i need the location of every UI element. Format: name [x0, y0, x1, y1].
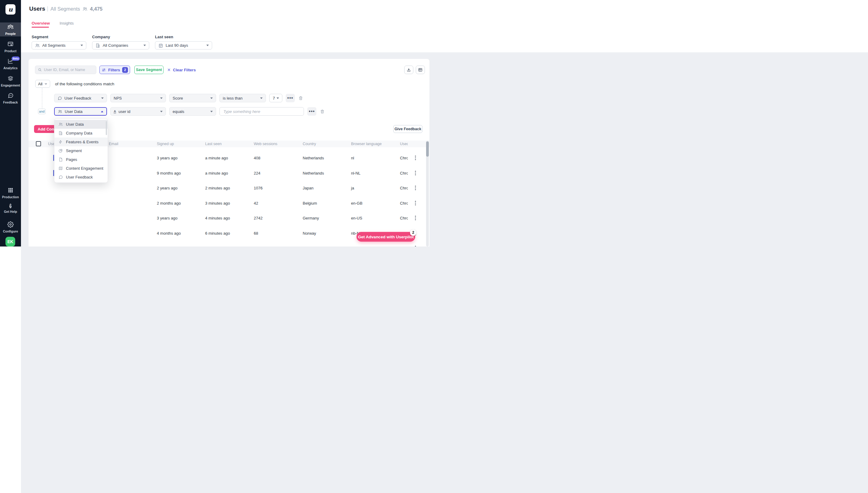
menu-item-company-data[interactable]: Company Data: [55, 129, 107, 137]
product-icon: [7, 43, 14, 48]
menu-item-user-data[interactable]: User Data: [55, 120, 107, 129]
pie-chart-icon: [58, 148, 63, 153]
sidebar-item-get-help[interactable]: ? Get Help: [0, 203, 21, 217]
caret-up-icon: [101, 111, 103, 112]
layers-icon: [7, 78, 14, 83]
menu-item-pages[interactable]: Pages: [55, 155, 107, 164]
userpilot-logo[interactable]: u: [5, 4, 16, 15]
sidebar-item-analytics[interactable]: Beta Analytics: [0, 57, 21, 71]
condition2-type-select[interactable]: User Data: [54, 107, 107, 116]
column-header-signed-up[interactable]: Signed up: [157, 142, 174, 146]
users-count-icon: [82, 6, 87, 13]
users-count: 4,475: [90, 6, 102, 12]
get-advanced-button[interactable]: Get Advanced with Userpilot 2: [357, 232, 415, 242]
caret-down-icon: [160, 111, 163, 112]
condition1-more-button[interactable]: •••: [286, 94, 295, 102]
condition2-delete-button[interactable]: [319, 107, 325, 116]
building-icon: [58, 131, 63, 135]
sidebar-item-feedback[interactable]: Feedback: [0, 91, 21, 105]
condition1-delete-button[interactable]: [298, 94, 303, 102]
caret-down-icon: [210, 98, 213, 99]
condition1-value-select[interactable]: 7: [269, 94, 282, 102]
building-icon: [96, 43, 100, 48]
sidebar: u People Product Beta Analytics Engageme…: [0, 0, 21, 246]
sidebar-item-people[interactable]: People: [0, 22, 21, 37]
caret-down-icon: [206, 45, 209, 46]
select-all-checkbox[interactable]: [36, 141, 41, 146]
close-icon: [167, 68, 171, 72]
gear-icon: [7, 223, 14, 229]
caret-down-icon: [143, 45, 146, 46]
sidebar-item-engagement[interactable]: Engagement: [0, 74, 21, 88]
last-seen-filter-dropdown[interactable]: Last 90 days: [155, 41, 212, 49]
match-type-dropdown[interactable]: All: [35, 80, 50, 88]
clear-filters-button[interactable]: Clear Filters: [167, 66, 196, 74]
condition1-event-select[interactable]: NPS: [110, 94, 166, 102]
chat-bubble-icon: [57, 96, 62, 101]
export-button[interactable]: [404, 66, 413, 74]
search-icon: [38, 68, 42, 72]
row-actions-kebab-icon[interactable]: [413, 170, 418, 176]
condition1-type-select[interactable]: User Feedback: [54, 94, 107, 102]
condition2-more-button[interactable]: •••: [307, 107, 316, 116]
map-icon: [58, 166, 63, 171]
active-tab-underline: [32, 27, 49, 28]
caret-down-icon: [81, 45, 83, 46]
column-header-email[interactable]: Email: [109, 142, 118, 146]
menu-scrollbar-thumb[interactable]: [106, 121, 107, 135]
search-box: [35, 66, 96, 74]
column-header-browser-language[interactable]: Browser language: [351, 142, 382, 146]
row-actions-kebab-icon[interactable]: [413, 155, 418, 160]
row-actions-kebab-icon[interactable]: [413, 200, 418, 206]
condition2-value-input[interactable]: [219, 107, 304, 116]
users-icon: [58, 122, 63, 127]
sidebar-item-configure[interactable]: Configure: [0, 220, 21, 234]
sidebar-item-product[interactable]: Product: [0, 40, 21, 54]
users-icon: [35, 43, 40, 48]
menu-item-content-engagement[interactable]: Content Engagement: [55, 164, 107, 173]
condition2-operator-select[interactable]: equals: [169, 107, 216, 116]
user-avatar[interactable]: EK: [5, 237, 15, 246]
filters-button[interactable]: Filters 2: [99, 66, 130, 74]
calendar-icon: [158, 43, 163, 48]
conditions-match-text: of the following conditions match: [55, 82, 114, 86]
manage-columns-button[interactable]: [416, 66, 425, 74]
give-feedback-button[interactable]: Give Feedback: [393, 125, 422, 133]
tab-insights[interactable]: Insights: [60, 21, 74, 25]
table-row[interactable]: 3 years ago 4 minutes ago 2742 Germany e…: [28, 210, 429, 226]
save-segment-button[interactable]: Save Segment: [134, 66, 163, 74]
menu-item-features-events[interactable]: Features & Events: [55, 137, 107, 146]
condition-type-menu: User Data Company Data Features & Events…: [54, 119, 108, 183]
table-row[interactable]: 2 months ago 3 minutes ago 42 Belgium en…: [28, 195, 429, 211]
condition1-property-select[interactable]: Score: [169, 94, 216, 102]
promo-count-badge: 2: [410, 230, 416, 236]
segment-filter-dropdown[interactable]: All Segments: [32, 41, 86, 49]
search-input[interactable]: [44, 68, 94, 72]
help-icon: ?: [9, 204, 12, 208]
sliders-icon: [102, 68, 106, 72]
segment-filter-label: Segment: [32, 35, 48, 39]
company-filter-dropdown[interactable]: All Companies: [92, 41, 149, 49]
menu-item-user-feedback[interactable]: User Feedback: [55, 173, 107, 181]
tab-overview[interactable]: Overview: [32, 21, 50, 25]
people-icon: [7, 26, 14, 31]
caret-down-icon: [160, 98, 163, 99]
menu-item-segment[interactable]: Segment: [55, 146, 107, 155]
row-actions-kebab-icon[interactable]: [413, 215, 418, 221]
users-table-card: Filters 2 Save Segment Clear Filters All…: [28, 59, 429, 246]
beta-badge: Beta: [12, 57, 20, 61]
condition2-property-select[interactable]: A user id: [110, 107, 166, 116]
column-header-used-browser[interactable]: Used browser: [400, 142, 408, 146]
row-actions-kebab-icon[interactable]: [413, 245, 418, 246]
chat-bubble-icon: [58, 175, 63, 179]
column-header-country[interactable]: Country: [303, 142, 316, 146]
table-scrollbar-thumb[interactable]: [426, 142, 429, 157]
column-header-web-sessions[interactable]: Web sessions: [254, 142, 278, 146]
page-icon: [58, 157, 63, 162]
column-header-last-seen[interactable]: Last seen: [205, 142, 222, 146]
row-actions-kebab-icon[interactable]: [413, 185, 418, 191]
title-divider: |: [47, 5, 48, 12]
condition1-operator-select[interactable]: is less than: [219, 94, 266, 102]
sidebar-item-production[interactable]: Production: [0, 186, 21, 200]
caret-down-icon: [260, 98, 263, 99]
